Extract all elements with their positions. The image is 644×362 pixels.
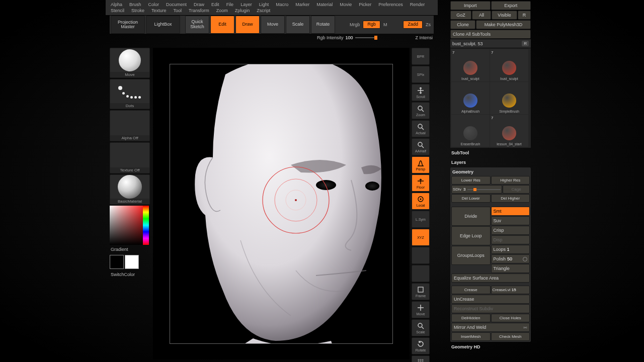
geometry-hd-section[interactable]: Geometry HD [450,342,531,351]
L.Sym-button[interactable]: L.Sym [412,211,430,228]
Local-button[interactable]: Local [412,193,430,210]
loops-slider[interactable]: Loops 1 [491,245,530,254]
tool-name-field[interactable]: bust_sculpt. 53R [450,39,531,48]
menu-stencil[interactable]: Stencil [111,8,124,13]
check-mesh-button[interactable]: Check Mesh [491,332,530,341]
clone-all-subtools-button[interactable]: Clone All SubTools [450,30,531,39]
goz-visible-button[interactable]: Visible [492,11,517,20]
close-holes-button[interactable]: Close Holes [491,314,530,322]
menu-preferences[interactable]: Preferences [378,2,403,7]
PolyF-button[interactable]: PolyF [412,355,430,362]
material-slot[interactable]: BasicMaterial [110,174,150,205]
edit-button[interactable]: Edit [210,16,234,34]
tool-thumb[interactable]: 7bust_sculpt [451,49,490,81]
mirror-weld-button[interactable]: Mirror And Weld⫘ [451,323,530,332]
nav-button[interactable] [412,247,430,264]
Scale-button[interactable]: Scale [412,319,430,336]
zadd-button[interactable]: Zadd [403,21,423,29]
tool-thumb[interactable]: AlphaBrush [451,82,490,114]
tool-thumb[interactable]: EraserBrush [451,115,490,147]
menu-picker[interactable]: Picker [359,2,371,7]
projection-master-button[interactable]: Projection Master [111,16,145,34]
Rotate-button[interactable]: Rotate [412,337,430,354]
menu-transform[interactable]: Transform [189,8,209,13]
zs-label[interactable]: Zs [426,22,431,27]
texture-slot[interactable]: Texture Off [110,142,150,173]
Zoom-button[interactable]: Zoom [412,102,430,119]
make-polymesh-button[interactable]: Make PolyMesh3D [476,20,531,29]
alpha-slot[interactable]: Alpha Off [110,110,150,141]
menu-movie[interactable]: Movie [340,2,352,7]
suv-button[interactable]: Suv [491,216,530,225]
lightbox-button[interactable]: LightBox [146,16,180,34]
groups-loops-button[interactable]: GroupsLoops [451,246,491,265]
Actual-button[interactable]: Actual [412,120,430,137]
draw-button[interactable]: Draw [235,16,260,34]
canvas[interactable] [153,48,410,359]
edge-loop-button[interactable]: Edge Loop [451,226,491,245]
hue-bar[interactable] [143,206,149,245]
mrgb-label[interactable]: Mrgb [350,22,360,27]
r-button[interactable]: R [518,11,531,20]
menu-brush[interactable]: Brush [129,2,141,7]
menu-macro[interactable]: Macro [276,2,288,7]
insert-mesh-button[interactable]: InsertMesh [451,332,491,341]
Move-button[interactable]: Move [412,301,430,318]
m-label[interactable]: M [383,22,387,27]
menu-texture[interactable]: Texture [151,8,167,13]
menu-zplugin[interactable]: Zplugin [235,8,250,13]
uncrease-button[interactable]: UnCrease [451,295,530,304]
tool-thumb[interactable]: SimpleBrush [490,82,528,114]
switch-color-button[interactable]: SwitchColor [110,271,150,278]
lower-res-button[interactable]: Lower Res [451,176,491,185]
menu-layer[interactable]: Layer [240,2,252,7]
goz-button[interactable]: GoZ [450,11,471,20]
del-hidden-button[interactable]: DelHidden [451,314,491,322]
cage-button[interactable]: Cage [503,185,530,194]
Scroll-button[interactable]: Scroll [412,84,430,101]
menu-tool[interactable]: Tool [174,8,182,13]
menu-light[interactable]: Light [259,2,269,7]
rotate-button[interactable]: Rotate [311,16,335,34]
brush-slot[interactable]: Move [110,48,150,78]
menu-marker[interactable]: Marker [295,2,309,7]
rgb-button[interactable]: Rgb [363,21,380,29]
scale-button[interactable]: Scale [286,16,310,34]
XYZ-button[interactable]: XYZ [412,229,430,246]
Floor-button[interactable]: Floor [412,174,430,192]
equalize-button[interactable]: Equalize Surface Area [451,274,530,283]
goz-all-button[interactable]: All [472,11,491,20]
menu-draw[interactable]: Draw [194,2,204,7]
menu-alpha[interactable]: Alpha [111,2,122,7]
menu-file[interactable]: File [226,2,234,7]
stroke-slot[interactable]: Dots [110,79,150,109]
menu-zoom[interactable]: Zoom [216,8,228,13]
Persp-button[interactable]: Persp [412,156,430,173]
crisp-button[interactable]: Crisp [491,226,530,235]
crease-level-slider[interactable]: CreaseLvl 15 [491,286,530,294]
polish-slider[interactable]: Polish50 [491,254,530,263]
z-intensity-label[interactable]: Z Intensi [415,35,433,40]
color-picker[interactable] [110,206,149,245]
secondary-color-swatch[interactable] [110,255,124,269]
menu-stroke[interactable]: Stroke [131,8,144,13]
smt-button[interactable]: Smt [491,207,530,216]
menu-document[interactable]: Document [166,2,187,7]
SPix-button[interactable]: SPix [412,66,430,83]
gradient-label[interactable]: Gradient [110,246,150,253]
triangle-button[interactable]: Triangle [491,264,530,273]
move-button[interactable]: Move [261,16,285,34]
divide-button[interactable]: Divide [451,207,491,226]
Frame-button[interactable]: Frame [412,283,430,300]
AAHalf-button[interactable]: AAHalf [412,138,430,155]
del-lower-button[interactable]: Del Lower [451,194,491,203]
import-button[interactable]: Import [450,1,491,10]
tool-thumb[interactable]: 7lesson_04_start [490,115,528,147]
disp-slider[interactable]: Disp [491,235,530,244]
BPR-button[interactable]: BPR [412,48,430,65]
menu-edit[interactable]: Edit [211,2,219,7]
menu-color[interactable]: Color [148,2,159,7]
export-button[interactable]: Export [491,1,531,10]
nav-button[interactable] [412,265,430,282]
layers-section[interactable]: Layers [450,158,531,167]
